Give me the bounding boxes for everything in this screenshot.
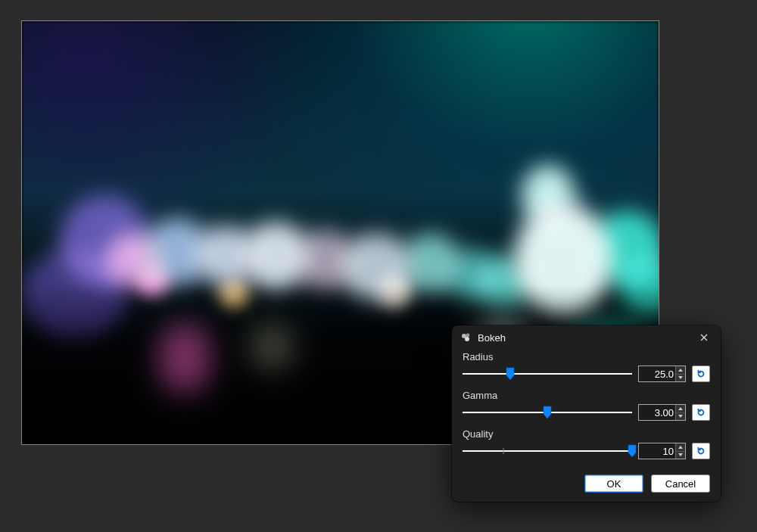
- radius-step-up[interactable]: [676, 366, 685, 374]
- quality-step-down[interactable]: [676, 451, 685, 459]
- svg-point-2: [465, 337, 469, 341]
- svg-point-1: [466, 334, 470, 338]
- gamma-input[interactable]: [639, 405, 675, 420]
- radius-input[interactable]: [639, 366, 675, 381]
- param-quality: Quality: [463, 428, 710, 459]
- gamma-slider-thumb[interactable]: [543, 406, 552, 419]
- quality-slider-thumb[interactable]: [628, 444, 637, 458]
- radius-label: Radius: [463, 351, 710, 362]
- chevron-up-icon: [678, 446, 683, 449]
- chevron-up-icon: [678, 369, 683, 372]
- quality-reset-button[interactable]: [692, 443, 710, 459]
- param-gamma: Gamma: [463, 390, 710, 421]
- radius-step-down[interactable]: [676, 374, 685, 382]
- dialog-titlebar[interactable]: Bokeh: [452, 325, 721, 348]
- radius-spinbox[interactable]: [638, 366, 686, 382]
- quality-tick: [503, 448, 503, 454]
- quality-label: Quality: [463, 428, 710, 440]
- bokeh-dialog: Bokeh Radius: [452, 325, 721, 502]
- reset-icon: [696, 407, 706, 418]
- chevron-down-icon: [678, 376, 683, 379]
- gamma-step-up[interactable]: [676, 405, 685, 412]
- quality-step-up[interactable]: [676, 443, 685, 451]
- quality-spinbox[interactable]: [638, 443, 686, 459]
- cancel-button[interactable]: Cancel: [651, 474, 710, 493]
- gamma-step-down[interactable]: [676, 412, 685, 421]
- dialog-title: Bokeh: [478, 332, 695, 344]
- dialog-footer: OK Cancel: [452, 470, 721, 493]
- radius-slider[interactable]: [463, 366, 632, 381]
- chevron-down-icon: [678, 453, 683, 456]
- param-radius: Radius: [463, 351, 710, 382]
- gamma-label: Gamma: [463, 390, 710, 401]
- quality-input[interactable]: [639, 443, 675, 459]
- radius-slider-thumb[interactable]: [506, 367, 515, 381]
- chevron-up-icon: [678, 407, 683, 410]
- radius-reset-button[interactable]: [692, 366, 710, 382]
- close-icon: [700, 334, 708, 341]
- bokeh-icon: [461, 332, 472, 343]
- chevron-down-icon: [678, 415, 683, 418]
- close-button[interactable]: [695, 330, 713, 345]
- gamma-spinbox[interactable]: [638, 404, 686, 421]
- dialog-body: Radius: [452, 348, 721, 470]
- reset-icon: [696, 446, 706, 456]
- gamma-reset-button[interactable]: [692, 404, 710, 421]
- ok-button[interactable]: OK: [584, 474, 643, 493]
- gamma-slider[interactable]: [463, 405, 632, 420]
- quality-slider[interactable]: [463, 443, 632, 459]
- reset-icon: [696, 369, 706, 379]
